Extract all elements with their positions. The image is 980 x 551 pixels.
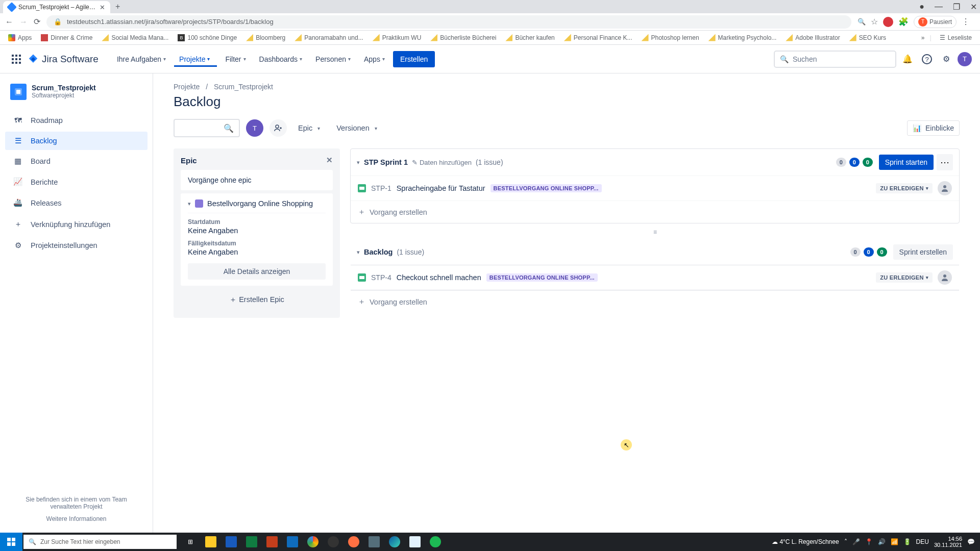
user-avatar[interactable]: T xyxy=(958,52,972,66)
sidebar-more-info-link[interactable]: Weitere Informationen xyxy=(10,515,142,522)
tray-volume-icon[interactable]: 🔊 xyxy=(878,538,886,545)
assignee-avatar-empty[interactable] xyxy=(938,181,952,195)
bookmark-item[interactable]: Bücher kaufen xyxy=(502,33,557,42)
epic-details-button[interactable]: Alle Details anzeigen xyxy=(188,263,326,280)
chrome-icon[interactable] xyxy=(303,533,323,551)
task-view-icon[interactable]: ⊞ xyxy=(181,533,200,551)
settings-icon[interactable]: ⚙ xyxy=(938,51,954,67)
create-issue-button[interactable]: ＋Vorgang erstellen xyxy=(351,290,959,313)
bookmark-item[interactable]: B100 schöne Dinge xyxy=(175,33,240,42)
project-header[interactable]: Scrum_Testprojekt Softwareprojekt xyxy=(5,84,148,110)
taskbar-search-input[interactable]: 🔍Zur Suche Text hier eingeben xyxy=(23,535,177,549)
bookmark-item[interactable]: Photoshop lernen xyxy=(639,33,702,42)
breadcrumb-project[interactable]: Scrum_Testprojekt xyxy=(214,83,273,91)
jira-logo[interactable]: Jira Software xyxy=(28,54,99,65)
close-epic-panel-icon[interactable]: ✕ xyxy=(326,156,333,165)
spotify-icon[interactable] xyxy=(426,533,445,551)
create-sprint-button[interactable]: Sprint erstellen xyxy=(893,244,953,260)
sidebar-item-releases[interactable]: 🚢Releases xyxy=(5,193,148,212)
global-search-input[interactable]: 🔍 Suchen xyxy=(774,51,896,68)
explorer-icon[interactable] xyxy=(201,533,220,551)
close-tab-icon[interactable]: ✕ xyxy=(100,4,105,11)
epic-filter[interactable]: Epic▾ xyxy=(293,121,325,135)
bookmark-item[interactable]: SEO Kurs xyxy=(846,33,889,42)
create-issue-button[interactable]: ＋Vorgang erstellen xyxy=(351,201,959,223)
status-dropdown[interactable]: ZU ERLEDIGEN▾ xyxy=(876,183,933,193)
maximize-icon[interactable]: ❐ xyxy=(953,2,960,12)
nav-filters[interactable]: Filter▾ xyxy=(220,52,251,66)
breadcrumb-projects[interactable]: Projekte xyxy=(174,83,200,91)
tray-language[interactable]: DEU xyxy=(916,538,929,545)
epic-link-tag[interactable]: BESTELLVORGANG ONLINE SHOPP... xyxy=(491,184,602,192)
sidebar-item-reports[interactable]: 📈Berichte xyxy=(5,172,148,191)
notifications-icon[interactable]: 🔔 xyxy=(899,51,916,67)
bookmarks-overflow-icon[interactable]: » xyxy=(921,34,925,41)
nav-people[interactable]: Personen▾ xyxy=(310,52,356,66)
notepad-icon[interactable] xyxy=(405,533,425,551)
status-dropdown[interactable]: ZU ERLEDIGEN▾ xyxy=(876,272,933,283)
add-dates-link[interactable]: ✎Daten hinzufügen xyxy=(412,159,472,166)
versions-filter[interactable]: Versionen▾ xyxy=(331,121,382,135)
issue-row[interactable]: STP-4 Checkout schnell machen BESTELLVOR… xyxy=(351,265,959,290)
panel-resize-handle[interactable]: ≡ xyxy=(350,226,960,239)
chevron-down-icon[interactable]: ▾ xyxy=(188,201,191,207)
create-button[interactable]: Erstellen xyxy=(393,51,435,67)
sidebar-item-roadmap[interactable]: 🗺Roadmap xyxy=(5,111,148,130)
address-bar[interactable]: 🔒 testdeutsch1.atlassian.net/jira/softwa… xyxy=(46,15,851,29)
create-epic-button[interactable]: ＋ Erstellen Epic xyxy=(181,289,333,311)
app-icon[interactable] xyxy=(344,533,363,551)
assignee-avatar-self[interactable]: T xyxy=(246,119,263,137)
obs-icon[interactable] xyxy=(324,533,343,551)
minimize-icon[interactable]: — xyxy=(935,2,943,12)
bookmark-item[interactable]: Social Media Mana... xyxy=(99,33,172,42)
sidebar-item-add-link[interactable]: ＋Verknüpfung hinzufügen xyxy=(5,214,148,234)
account-dot-icon[interactable]: ● xyxy=(919,2,924,12)
browser-tab[interactable]: Scrum_Testprojekt – Agile-Board ✕ xyxy=(3,1,110,13)
tray-battery-icon[interactable]: 🔋 xyxy=(903,538,911,545)
nav-apps[interactable]: Apps▾ xyxy=(359,52,390,66)
sidebar-item-settings[interactable]: ⚙Projekteinstellungen xyxy=(5,236,148,255)
outlook-icon[interactable] xyxy=(283,533,302,551)
extensions-icon[interactable]: 🧩 xyxy=(898,17,909,27)
start-button[interactable] xyxy=(0,533,22,551)
epic-item-expanded[interactable]: ▾ Bestellvorgang Online Shopping Startda… xyxy=(181,193,333,286)
tray-wifi-icon[interactable]: 📶 xyxy=(891,538,898,545)
apps-bookmark[interactable]: Apps xyxy=(5,33,35,42)
board-search-input[interactable]: 🔍 xyxy=(174,119,240,137)
sprint-more-menu[interactable]: ⋯ xyxy=(937,154,953,170)
bookmark-item[interactable]: Panoramabahn und... xyxy=(291,33,366,42)
bookmark-item[interactable]: Bloomberg xyxy=(243,33,288,42)
nav-your-work[interactable]: Ihre Aufgaben▾ xyxy=(112,52,171,66)
notification-center-icon[interactable]: 💬 xyxy=(967,538,975,545)
abp-extension-icon[interactable] xyxy=(883,17,893,27)
close-window-icon[interactable]: ✕ xyxy=(970,2,977,12)
bookmark-item[interactable]: Adobe Illustrator xyxy=(782,33,843,42)
zoom-icon[interactable]: 🔍 xyxy=(857,18,866,26)
bookmark-item[interactable]: Dinner & Crime xyxy=(38,33,95,42)
back-icon[interactable]: ← xyxy=(5,17,13,27)
tray-location-icon[interactable]: 📍 xyxy=(865,538,873,545)
sidebar-item-board[interactable]: ▦Board xyxy=(5,152,148,170)
add-people-button[interactable] xyxy=(270,119,287,137)
word-icon[interactable] xyxy=(222,533,241,551)
bookmark-star-icon[interactable]: ☆ xyxy=(871,17,878,27)
excel-icon[interactable] xyxy=(242,533,261,551)
profile-chip[interactable]: T Pausiert xyxy=(914,16,957,28)
tray-chevron-icon[interactable]: ˄ xyxy=(844,538,847,545)
powerpoint-icon[interactable] xyxy=(262,533,282,551)
insights-button[interactable]: 📊Einblicke xyxy=(907,120,960,136)
forward-icon[interactable]: → xyxy=(19,17,28,27)
app-switcher-icon[interactable] xyxy=(8,51,24,67)
tray-clock[interactable]: 14:5630.11.2021 xyxy=(934,536,962,548)
nav-projects[interactable]: Projekte▾ xyxy=(174,52,217,66)
reading-list-button[interactable]: ☰Leseliste xyxy=(937,33,975,42)
chevron-down-icon[interactable]: ▾ xyxy=(357,159,360,166)
issue-row[interactable]: STP-1 Spracheingabe für Tastatur BESTELL… xyxy=(351,176,959,201)
bookmark-item[interactable]: Praktikum WU xyxy=(370,33,425,42)
tray-mic-icon[interactable]: 🎤 xyxy=(852,538,860,545)
edge-icon[interactable] xyxy=(385,533,404,551)
new-tab-button[interactable]: + xyxy=(115,2,120,11)
assignee-avatar-empty[interactable] xyxy=(938,270,952,285)
bookmark-item[interactable]: Bücherliste Bücherei xyxy=(427,33,499,42)
reload-icon[interactable]: ⟳ xyxy=(34,17,40,27)
